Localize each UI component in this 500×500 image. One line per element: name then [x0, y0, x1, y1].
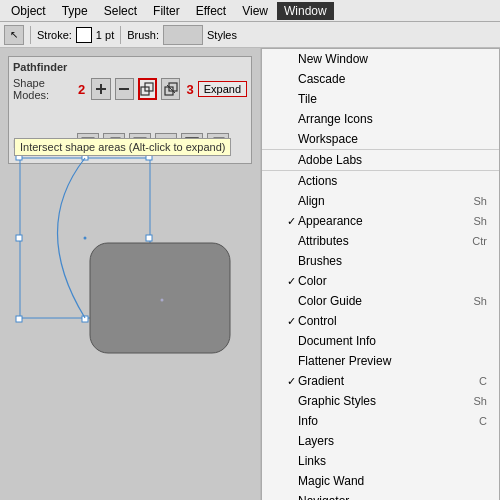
left-panel: Pathfinder Shape Modes: 2 [0, 48, 260, 500]
shape-mode-subtract[interactable] [115, 78, 134, 100]
menu-item-workspace[interactable]: Workspace [262, 129, 499, 149]
toolbar: ↖ Stroke: 1 pt Brush: Styles [0, 22, 500, 48]
menu-effect[interactable]: Effect [189, 2, 233, 20]
tool-arrow[interactable]: ↖ [4, 25, 24, 45]
menu-item-graphic-styles[interactable]: Graphic Styles Sh [262, 391, 499, 411]
svg-rect-25 [16, 316, 22, 322]
svg-point-28 [84, 237, 87, 240]
menu-item-flattener[interactable]: Flattener Preview [262, 351, 499, 371]
svg-rect-22 [146, 154, 152, 160]
menu-item-actions[interactable]: Actions [262, 171, 499, 191]
shape-modes-row: Shape Modes: 2 [13, 77, 247, 101]
number-label-3: 3 [186, 82, 193, 97]
menu-item-magic-wand[interactable]: Magic Wand [262, 471, 499, 491]
menu-item-color[interactable]: ✓ Color [262, 271, 499, 291]
right-panel: New Window Cascade Tile Arrange Icons Wo… [260, 48, 500, 500]
svg-rect-21 [82, 154, 88, 160]
menu-item-new-window[interactable]: New Window [262, 49, 499, 69]
menu-item-layers[interactable]: Layers [262, 431, 499, 451]
main-area: Pathfinder Shape Modes: 2 [0, 48, 500, 500]
shape-mode-exclude[interactable] [161, 78, 180, 100]
expand-button[interactable]: Expand [198, 81, 247, 97]
menu-item-appearance[interactable]: ✓ Appearance Sh [262, 211, 499, 231]
stroke-color[interactable] [76, 27, 92, 43]
stroke-label: Stroke: [37, 29, 72, 41]
menu-item-control[interactable]: ✓ Control [262, 311, 499, 331]
svg-rect-2 [119, 88, 129, 90]
brush-selector[interactable] [163, 25, 203, 45]
menu-filter[interactable]: Filter [146, 2, 187, 20]
svg-rect-29 [90, 243, 230, 353]
menu-item-tile[interactable]: Tile [262, 89, 499, 109]
toolbar-sep-2 [120, 26, 121, 44]
brush-label: Brush: [127, 29, 159, 41]
menu-item-color-guide[interactable]: Color Guide Sh [262, 291, 499, 311]
menu-item-attributes[interactable]: Attributes Ctr [262, 231, 499, 251]
menu-item-links[interactable]: Links [262, 451, 499, 471]
menu-bar: Object Type Select Filter Effect View Wi… [0, 0, 500, 22]
menu-select[interactable]: Select [97, 2, 144, 20]
window-dropdown-menu: New Window Cascade Tile Arrange Icons Wo… [261, 48, 500, 500]
menu-item-arrange-icons[interactable]: Arrange Icons [262, 109, 499, 129]
menu-item-doc-info[interactable]: Document Info [262, 331, 499, 351]
shape-mode-add[interactable] [91, 78, 110, 100]
svg-point-30 [161, 299, 164, 302]
menu-item-info[interactable]: Info C [262, 411, 499, 431]
svg-rect-23 [16, 235, 22, 241]
menu-window[interactable]: Window [277, 2, 334, 20]
canvas-svg [10, 148, 250, 428]
shape-mode-intersect[interactable] [138, 78, 158, 100]
menu-item-align[interactable]: Align Sh [262, 191, 499, 211]
panel-title: Pathfinder [13, 61, 247, 73]
svg-rect-1 [100, 84, 102, 94]
menu-section-panels: Actions Align Sh ✓ Appearance Sh Attribu… [262, 171, 499, 500]
svg-line-7 [167, 85, 175, 93]
canvas-area [10, 148, 250, 468]
menu-section-window: New Window Cascade Tile Arrange Icons Wo… [262, 49, 499, 150]
menu-object[interactable]: Object [4, 2, 53, 20]
toolbar-sep-1 [30, 26, 31, 44]
menu-view[interactable]: View [235, 2, 275, 20]
number-label-2: 2 [78, 82, 85, 97]
menu-item-brushes[interactable]: Brushes [262, 251, 499, 271]
svg-rect-18 [214, 138, 224, 148]
menu-type[interactable]: Type [55, 2, 95, 20]
styles-label: Styles [207, 29, 237, 41]
menu-section-adobe: Adobe Labs [262, 150, 499, 171]
menu-item-cascade[interactable]: Cascade [262, 69, 499, 89]
menu-item-navigator[interactable]: Navigator [262, 491, 499, 500]
shape-modes-label: Shape Modes: [13, 77, 74, 101]
menu-item-gradient[interactable]: ✓ Gradient C [262, 371, 499, 391]
menu-item-adobe-labs[interactable]: Adobe Labs [262, 150, 499, 170]
svg-rect-24 [146, 235, 152, 241]
stroke-value: 1 pt [96, 29, 114, 41]
svg-rect-20 [16, 154, 22, 160]
